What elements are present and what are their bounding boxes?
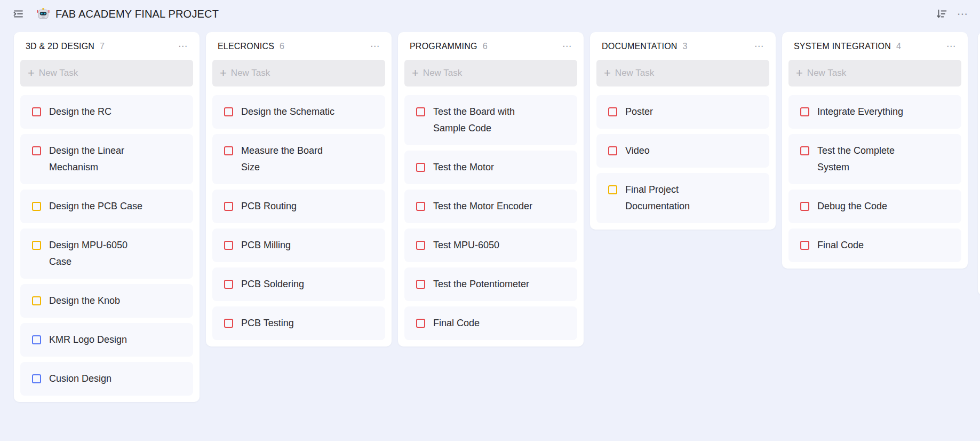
ellipsis-icon: ⋯ [754,44,764,49]
task-card[interactable]: Debug the Code [788,190,961,223]
new-task-placeholder: New Task [231,68,270,78]
task-checkbox[interactable] [800,146,809,155]
task-checkbox[interactable] [224,146,233,155]
task-label: Integrate Everything [817,104,903,120]
task-checkbox[interactable] [32,202,41,211]
task-card[interactable]: Cusion Design [20,362,193,396]
new-task-input[interactable]: New Task [788,60,961,86]
task-card[interactable]: Test the Complete System [788,134,961,184]
task-label: Final Project Documentation [625,182,727,215]
task-label: Test the Motor Encoder [433,198,532,215]
new-task-input[interactable]: New Task [212,60,385,86]
task-checkbox[interactable] [32,241,41,250]
task-label: Cusion Design [49,371,111,387]
ellipsis-icon: ⋯ [946,44,956,49]
task-card[interactable]: Poster [596,95,769,129]
task-checkbox[interactable] [224,107,233,116]
task-card[interactable]: Design the PCB Case [20,190,193,223]
column-header: DOCUMENTATION 3 ⋯ [596,40,769,60]
task-card[interactable]: Test the Potentiometer [404,267,577,301]
task-checkbox[interactable] [608,107,617,116]
task-checkbox[interactable] [608,146,617,155]
task-list: Integrate Everything Test the Complete S… [788,95,961,262]
task-label: PCB Routing [241,198,297,215]
task-card[interactable]: PCB Milling [212,229,385,262]
task-checkbox[interactable] [224,319,233,328]
plus-icon [28,66,35,80]
task-card[interactable]: Video [596,134,769,168]
task-card[interactable]: Design MPU-6050 Case [20,229,193,279]
sidebar-toggle-button[interactable] [10,5,27,22]
task-label: Test the Board with Sample Code [433,104,535,137]
new-task-input[interactable]: New Task [20,60,193,86]
task-checkbox[interactable] [32,107,41,116]
app: FAB ACADEMY FINAL PROJECT ⋯ 3D & 2D DESI… [0,0,980,441]
task-checkbox[interactable] [32,296,41,305]
task-checkbox[interactable] [800,107,809,116]
task-checkbox[interactable] [416,107,425,116]
column-title: DOCUMENTATION [602,42,678,51]
column-count: 4 [896,42,901,51]
board-more-button[interactable]: ⋯ [955,9,970,19]
task-checkbox[interactable] [416,280,425,289]
task-checkbox[interactable] [608,185,617,194]
sort-button[interactable] [934,6,950,22]
task-card[interactable]: KMR Logo Design [20,323,193,357]
task-checkbox[interactable] [800,241,809,250]
column-header: PROGRAMMING 6 ⋯ [404,40,577,60]
column-more-button[interactable]: ⋯ [176,42,190,51]
task-card[interactable]: Test the Motor Encoder [404,190,577,223]
task-checkbox[interactable] [32,374,41,383]
task-card[interactable]: Integrate Everything [788,95,961,129]
task-card[interactable]: PCB Routing [212,190,385,223]
task-checkbox[interactable] [416,163,425,172]
task-label: Measure the Board Size [241,143,342,176]
new-task-input[interactable]: New Task [404,60,577,86]
column-more-button[interactable]: ⋯ [560,42,574,51]
new-task-placeholder: New Task [615,68,654,78]
column-more-button[interactable]: ⋯ [752,42,766,51]
task-card[interactable]: PCB Soldering [212,267,385,301]
column-more-button[interactable]: ⋯ [944,42,958,51]
task-card[interactable]: Final Code [788,229,961,262]
sidebar-toggle-icon [12,7,25,20]
new-task-input[interactable]: New Task [596,60,769,86]
task-card[interactable]: Design the RC [20,95,193,129]
task-card[interactable]: Design the Knob [20,284,193,318]
task-card[interactable]: Design the Linear Mechanism [20,134,193,184]
task-checkbox[interactable] [32,335,41,344]
column-title: 3D & 2D DESIGN [26,42,94,51]
task-checkbox[interactable] [416,241,425,250]
robot-icon [36,7,50,21]
column-count: 3 [683,42,688,51]
task-checkbox[interactable] [224,202,233,211]
task-label: Design the RC [49,104,111,120]
ellipsis-icon: ⋯ [370,44,380,49]
task-card[interactable]: Design the Schematic [212,95,385,129]
column-header: SYSTEM INTEGRATION 4 ⋯ [788,40,961,60]
task-card[interactable]: PCB Testing [212,306,385,340]
task-label: Test the Complete System [817,143,919,176]
task-card[interactable]: Test the Board with Sample Code [404,95,577,145]
task-checkbox[interactable] [800,202,809,211]
board-column: 3D & 2D DESIGN 7 ⋯ New Task Design the R… [14,32,200,402]
task-card[interactable]: Test MPU-6050 [404,229,577,262]
task-label: Design the Linear Mechanism [49,143,150,176]
column-header: ELECRONICS 6 ⋯ [212,40,385,60]
column-more-button[interactable]: ⋯ [368,42,382,51]
task-label: Final Code [817,237,864,254]
task-card[interactable]: Final Project Documentation [596,173,769,223]
task-card[interactable]: Test the Motor [404,151,577,184]
task-checkbox[interactable] [416,319,425,328]
task-card[interactable]: Final Code [404,306,577,340]
column-title: SYSTEM INTEGRATION [794,42,891,51]
task-checkbox[interactable] [416,202,425,211]
plus-icon [220,66,227,80]
task-checkbox[interactable] [224,241,233,250]
task-checkbox[interactable] [224,280,233,289]
task-checkbox[interactable] [32,146,41,155]
page-title: FAB ACADEMY FINAL PROJECT [55,8,219,20]
task-card[interactable]: Measure the Board Size [212,134,385,184]
task-label: KMR Logo Design [49,332,127,348]
new-task-placeholder: New Task [423,68,462,78]
